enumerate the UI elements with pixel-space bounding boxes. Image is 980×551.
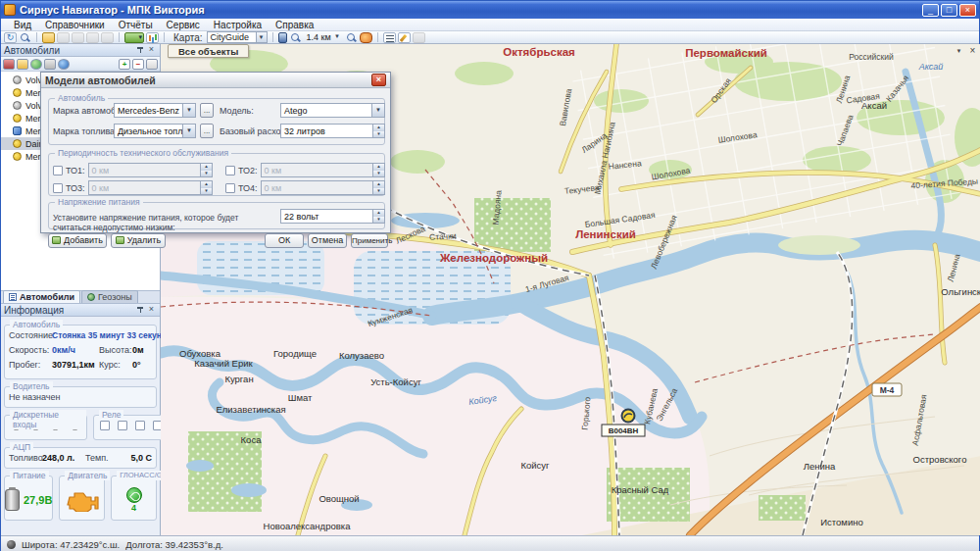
disabled-icon — [86, 32, 99, 43]
zoom-out-icon[interactable] — [345, 32, 358, 43]
copy-icon[interactable] — [17, 59, 28, 70]
app-window: Сирнус Навигатор - МПК Виктория ВидСправ… — [0, 0, 980, 551]
chevron-down-icon[interactable] — [182, 125, 195, 137]
maintenance-checkbox[interactable] — [53, 183, 63, 193]
printer-icon[interactable] — [44, 59, 56, 70]
dialog-close-button[interactable] — [371, 74, 386, 86]
menu-item[interactable]: Справка — [269, 20, 320, 30]
maintenance-cell: ТО2:0 км — [225, 163, 385, 177]
edit-icon[interactable] — [398, 32, 411, 43]
search-icon[interactable] — [19, 32, 31, 43]
info-group-relay: Реле — [93, 415, 170, 440]
zoom-in-icon[interactable] — [289, 32, 302, 43]
maximize-button[interactable] — [941, 4, 957, 17]
grid-icon[interactable] — [146, 59, 158, 70]
tab-all-objects[interactable]: Все объекты — [168, 44, 249, 58]
scale-select[interactable]: 1.4 км — [304, 31, 343, 43]
map-label: Первомайский — [685, 47, 767, 59]
ok-button[interactable]: ОК — [265, 233, 304, 248]
river-island — [778, 235, 860, 255]
pin-icon[interactable] — [135, 45, 146, 55]
menu-item[interactable]: Справочники — [38, 20, 112, 30]
maintenance-checkbox[interactable] — [225, 166, 235, 175]
fuel-select[interactable]: Дизельное топливо — [114, 124, 196, 138]
maintenance-checkbox[interactable] — [225, 183, 235, 193]
list-icon — [9, 293, 17, 301]
map-select[interactable]: CityGuide — [207, 31, 268, 43]
menu-item[interactable]: Отчёты — [112, 20, 160, 30]
chevron-down-icon[interactable] — [182, 104, 195, 117]
toolbar-separator — [272, 32, 273, 42]
report-icon[interactable] — [42, 32, 55, 43]
legend-icon[interactable] — [383, 32, 396, 43]
sphere-icon[interactable] — [58, 59, 70, 70]
brand-select[interactable]: Mercedes-Benz — [114, 103, 196, 118]
chevron-down-icon[interactable] — [371, 104, 384, 117]
car-icon[interactable] — [3, 59, 15, 70]
delete-table-icon — [116, 236, 124, 244]
brand-browse-button[interactable]: ... — [200, 103, 214, 118]
latitude-value: Широта: 47.23429°с.ш. — [22, 539, 120, 550]
consumption-spinner[interactable]: 32 литров — [280, 124, 385, 138]
relay-checkbox[interactable] — [100, 421, 110, 430]
glonass-gps-icon — [126, 487, 142, 503]
tab-vehicles[interactable]: Автомобили — [3, 290, 80, 303]
close-button[interactable] — [959, 4, 976, 17]
cancel-button[interactable]: Отмена — [308, 233, 347, 248]
map-label: Железнодорожный — [439, 252, 548, 264]
dialog-title-bar[interactable]: Модели автомобилей — [41, 73, 390, 88]
spinner-arrows[interactable] — [372, 210, 384, 223]
map-label: Колузаево — [339, 350, 384, 361]
fuel-browse-button[interactable]: ... — [200, 124, 214, 138]
globe-icon[interactable] — [30, 59, 42, 70]
refresh-icon[interactable] — [4, 32, 17, 43]
tab-close-icon[interactable] — [967, 45, 978, 56]
info-group-power: Питание 27,9В — [4, 476, 53, 521]
delete-button[interactable]: Удалить — [111, 233, 166, 248]
relay-checkbox[interactable] — [135, 421, 145, 430]
add-vehicle-button[interactable]: + — [119, 59, 130, 70]
temp-value: 5,0 C — [130, 453, 152, 463]
map-label: Койсуг — [520, 460, 550, 471]
chart-icon[interactable] — [146, 32, 159, 43]
ruler-icon[interactable] — [278, 32, 287, 43]
maintenance-spinner: 0 км — [261, 180, 385, 195]
toolbar-separator — [119, 32, 120, 42]
info-panel-title: Информация — [4, 305, 135, 316]
info-panel-header: Информация — [1, 304, 160, 317]
maintenance-spinner: 0 км — [88, 180, 213, 195]
consumption-label: Базовый расход: — [220, 126, 288, 136]
menu-item[interactable]: Вид — [7, 20, 38, 30]
pin-icon[interactable] — [135, 305, 146, 315]
main-toolbar: Карта: CityGuide 1.4 км — [1, 31, 979, 44]
map-label: Казачий Ерик — [194, 358, 253, 369]
info-group-engine: Двигатель — [59, 476, 105, 521]
vehicle-dropdown-button[interactable] — [124, 32, 144, 43]
chevron-down-icon[interactable] — [332, 31, 343, 43]
close-icon[interactable] — [146, 45, 157, 55]
disabled-icon — [413, 32, 425, 43]
spinner-arrows[interactable] — [372, 125, 384, 137]
menu-item[interactable]: Настройка — [207, 20, 269, 30]
maintenance-checkbox[interactable] — [53, 166, 63, 175]
info-group-adc: АЦП Топливо 248,0 л. Темп. 5,0 C — [4, 447, 157, 469]
minimize-button[interactable] — [922, 4, 939, 17]
title-bar[interactable]: Сирнус Навигатор - МПК Виктория — [1, 1, 979, 19]
apply-button[interactable]: Применить — [351, 233, 388, 248]
tab-list-dropdown-icon[interactable] — [954, 45, 964, 56]
map-label: Ленина — [804, 461, 836, 472]
menu-item[interactable]: Сервис — [160, 20, 207, 30]
model-combobox[interactable]: Atego — [280, 103, 385, 118]
add-button[interactable]: Добавить — [48, 233, 107, 248]
voltage-spinner[interactable]: 22 вольт — [280, 209, 385, 224]
map-label: Красный Сад — [612, 484, 669, 495]
pan-hand-icon[interactable] — [360, 32, 372, 43]
chevron-down-icon[interactable] — [256, 32, 267, 42]
sidebar-tabs: Автомобили Геозоны — [1, 290, 160, 304]
remove-vehicle-button[interactable]: − — [132, 59, 144, 70]
tab-geozones[interactable]: Геозоны — [81, 290, 138, 303]
relay-checkbox[interactable] — [118, 421, 127, 430]
close-icon[interactable] — [146, 305, 157, 315]
disabled-icon — [57, 32, 70, 43]
vehicle-icon — [13, 126, 22, 135]
